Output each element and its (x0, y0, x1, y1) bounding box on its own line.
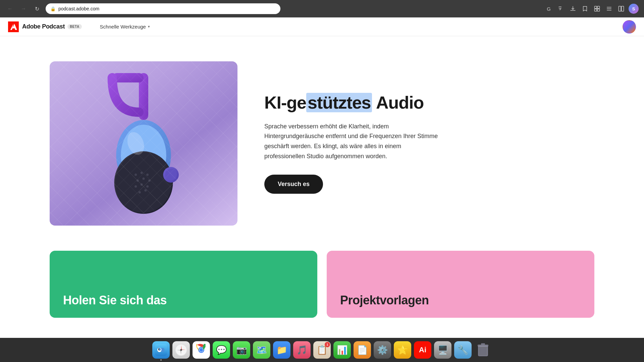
screenrec-dock[interactable]: 🖥️ (434, 341, 451, 359)
adobe-logo (8, 21, 19, 32)
card-pink[interactable]: Projektvorlagen (327, 251, 594, 318)
hero-title-highlighted: stütztes (306, 93, 372, 112)
files-dock[interactable]: 📁 (273, 341, 290, 359)
quick-tools-label: Schnelle Werkzeuge (100, 24, 146, 29)
url-text: podcast.adobe.com (58, 6, 99, 11)
adobe-dock[interactable]: Ai (414, 341, 431, 359)
google-icon[interactable]: G (544, 4, 553, 13)
menu-icon[interactable] (604, 4, 614, 13)
finder-active-dot (160, 359, 162, 361)
safari-icon (175, 344, 187, 356)
translate-icon[interactable] (556, 4, 566, 13)
trash-icon (477, 343, 489, 357)
browser-chrome: ← → ↻ 🔒 podcast.adobe.com G S (0, 0, 644, 17)
user-avatar[interactable] (623, 20, 636, 34)
main-content: KI-gestütztes Audio Sprache verbessern e… (0, 36, 644, 251)
facetime-icon: 📷 (236, 345, 247, 355)
numbers-dock[interactable]: 📊 (333, 341, 351, 359)
card-green-title: Holen Sie sich das (63, 294, 167, 307)
hero-description: Sprache verbessern erhöht die Klarheit, … (264, 122, 439, 162)
numbers-icon: 📊 (337, 345, 347, 355)
trash-dock[interactable] (474, 341, 492, 359)
music-icon: 🎵 (297, 345, 307, 355)
hero-text: KI-gestütztes Audio Sprache verbessern e… (264, 93, 452, 194)
svg-rect-0 (595, 6, 597, 9)
extensions-icon[interactable] (592, 4, 602, 13)
svg-point-42 (200, 348, 203, 352)
files-icon: 📁 (276, 345, 287, 355)
bookmark-icon[interactable] (580, 4, 590, 13)
chrome-dock[interactable] (193, 341, 210, 359)
maps-icon: 🗺️ (256, 345, 267, 355)
xcode-dock[interactable]: 🔧 (454, 341, 472, 359)
pages-icon: 📄 (357, 345, 368, 355)
beta-badge: BETA (67, 24, 82, 29)
hero-title: KI-gestütztes Audio (264, 93, 452, 112)
quick-tools-nav[interactable]: Schnelle Werkzeuge ▾ (95, 21, 155, 32)
forward-button[interactable]: → (19, 4, 28, 13)
messages-dock[interactable]: 💬 (213, 341, 230, 359)
music-dock[interactable]: 🎵 (293, 341, 311, 359)
pages-dock[interactable]: 📄 (354, 341, 371, 359)
card-green-title-text: Holen Sie sich das (63, 294, 167, 307)
tasks-dock[interactable]: 📋 1 (313, 341, 331, 359)
card-green[interactable]: Holen Sie sich das (50, 251, 317, 318)
system-icon: ⚙️ (377, 345, 388, 355)
svg-rect-2 (595, 9, 597, 11)
split-view-icon[interactable] (616, 4, 626, 13)
bottom-cards: Holen Sie sich das Projektvorlagen (0, 251, 644, 318)
chrome-icon (195, 344, 207, 356)
header-right (623, 20, 636, 34)
browser-profile-button[interactable]: S (629, 4, 639, 14)
svg-rect-3 (597, 9, 600, 11)
adobe-dock-icon: Ai (419, 346, 426, 354)
svg-rect-1 (597, 6, 600, 9)
cta-button[interactable]: Versuch es (264, 175, 323, 194)
download-icon[interactable] (568, 4, 578, 13)
star-dock[interactable]: ⭐ (394, 341, 411, 359)
screenrec-icon: 🖥️ (437, 345, 448, 355)
taskbar: 💬 📷 🗺️ 📁 🎵 📋 1 📊 📄 ⚙️ ⭐ Ai 🖥️ � (0, 338, 644, 362)
star-icon: ⭐ (397, 345, 408, 355)
chevron-down-icon: ▾ (148, 24, 150, 29)
svg-rect-45 (481, 343, 485, 345)
svg-rect-7 (619, 6, 621, 11)
address-bar[interactable]: 🔒 podcast.adobe.com (46, 3, 280, 14)
app-name: Adobe Podcast (22, 23, 65, 30)
back-button[interactable]: ← (5, 4, 15, 13)
safari-dock[interactable] (172, 341, 190, 359)
app-header: Adobe Podcast BETA Schnelle Werkzeuge ▾ (0, 17, 644, 36)
svg-point-38 (180, 349, 182, 351)
header-nav: Schnelle Werkzeuge ▾ (95, 21, 155, 32)
tasks-badge: 1 (325, 342, 330, 347)
hero-title-part2: Audio (372, 93, 424, 112)
xcode-icon: 🔧 (458, 345, 468, 355)
system-dock[interactable]: ⚙️ (374, 341, 391, 359)
browser-right-icons: G S (544, 4, 639, 14)
hero-title-part1: KI-ge (264, 93, 306, 112)
facetime-dock[interactable]: 📷 (233, 341, 250, 359)
svg-rect-8 (622, 6, 624, 11)
hero-image (50, 61, 237, 226)
messages-icon: 💬 (216, 345, 227, 355)
card-pink-title: Projektvorlagen (340, 294, 429, 307)
finder-dock[interactable] (152, 341, 170, 359)
svg-point-35 (159, 348, 161, 351)
diamond-pattern (50, 61, 237, 226)
finder-icon (155, 344, 167, 356)
refresh-button[interactable]: ↻ (32, 4, 42, 13)
maps-dock[interactable]: 🗺️ (253, 341, 270, 359)
